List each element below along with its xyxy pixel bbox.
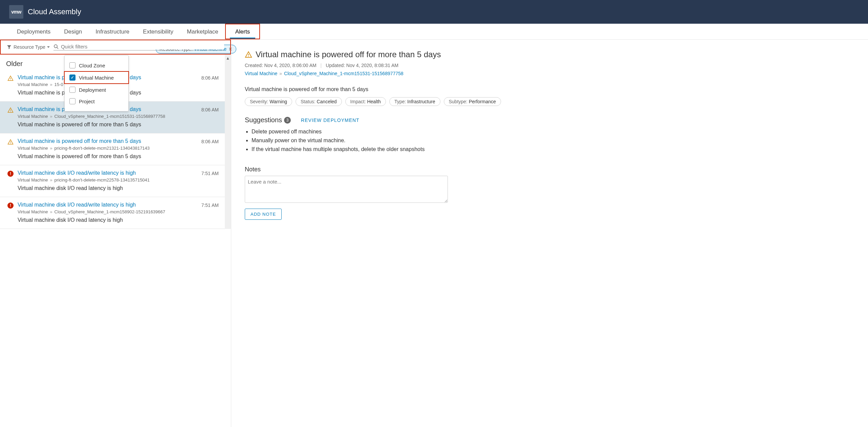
alert-body: Virtual machine is powered off for more … xyxy=(18,138,201,159)
funnel-icon xyxy=(7,45,12,49)
pill-key: Subtype: xyxy=(449,99,469,104)
pill-value: Warning xyxy=(269,99,287,104)
alert-time: 8:06 AM xyxy=(201,138,219,159)
checkbox-checked-icon[interactable] xyxy=(69,74,75,81)
critical-icon: ! xyxy=(7,202,14,209)
review-deployment-link[interactable]: REVIEW DEPLOYMENT xyxy=(301,118,360,123)
chevron-right-icon: » xyxy=(50,209,52,214)
option-project[interactable]: Project xyxy=(65,95,128,107)
alert-time: 7:51 AM xyxy=(201,170,219,191)
checkbox-icon[interactable] xyxy=(69,87,75,93)
alert-desc: Virtual machine is powered off for more … xyxy=(18,122,201,128)
separator: | xyxy=(321,63,322,68)
scrollbar[interactable]: ▲ xyxy=(225,55,231,229)
bc-name-link[interactable]: Cloud_vSphere_Machine_1-mcm151531-151568… xyxy=(284,71,404,76)
alert-desc: Virtual machine is powered off for more … xyxy=(18,153,201,159)
alert-desc: Virtual machine disk I/O read latency is… xyxy=(18,217,201,223)
pill-key: Type: xyxy=(394,99,407,104)
attribute-pill: Impact: Health xyxy=(345,97,386,106)
attribute-pill: Type: Infrastructure xyxy=(389,97,440,106)
alert-breadcrumb: Virtual Machine»pricing-ft-don't-delete-… xyxy=(18,177,201,183)
attribute-pills: Severity: WarningStatus: CanceledImpact:… xyxy=(245,97,854,106)
bc-name: pricing-ft-don't-delete-mcm21321-1340438… xyxy=(55,146,150,151)
alert-detail-pane: Virtual machine is powered off for more … xyxy=(231,40,868,427)
quick-filter-search[interactable] xyxy=(53,44,224,50)
suggestions-header: Suggestions 3 REVIEW DEPLOYMENT xyxy=(245,116,854,124)
bc-name: 15-0 xyxy=(55,82,63,87)
alert-list-item[interactable]: !Virtual machine disk I/O read/write lat… xyxy=(0,165,225,197)
bc-type-link[interactable]: Virtual Machine xyxy=(245,71,277,76)
nav-extensibility[interactable]: Extensibility xyxy=(136,24,180,39)
detail-breadcrumb: Virtual Machine » Cloud_vSphere_Machine_… xyxy=(245,71,854,76)
nav-alerts[interactable]: Alerts xyxy=(225,24,260,39)
option-label: Cloud Zone xyxy=(79,63,105,68)
pill-value: Canceled xyxy=(317,99,337,104)
add-note-button[interactable]: ADD NOTE xyxy=(245,209,282,220)
bc-name: Cloud_vSphere_Machine_1-mcm158902-152191… xyxy=(55,209,165,214)
bc-type: Virtual Machine xyxy=(18,146,48,151)
chevron-right-icon: » xyxy=(50,114,52,119)
detail-timestamps: Created: Nov 4, 2020, 8:06:00 AM | Updat… xyxy=(245,63,854,68)
created-label: Created: xyxy=(245,63,263,68)
warning-icon xyxy=(245,51,252,58)
chevron-right-icon: » xyxy=(50,146,52,151)
detail-title: Virtual machine is powered off for more … xyxy=(256,50,441,59)
alert-body: Virtual machine disk I/O read/write late… xyxy=(18,202,201,223)
alert-list-item[interactable]: !Virtual machine disk I/O read/write lat… xyxy=(0,197,225,229)
alert-time: 8:06 AM xyxy=(201,74,219,96)
chevron-right-icon: » xyxy=(50,82,52,87)
attribute-pill: Severity: Warning xyxy=(245,97,292,106)
suggestions-count-badge: 3 xyxy=(284,117,291,124)
updated-label: Updated: xyxy=(326,63,345,68)
logo-text: vmw xyxy=(11,9,21,15)
alert-breadcrumb: Virtual Machine»pricing-ft-don't-delete-… xyxy=(18,146,201,151)
pill-key: Impact: xyxy=(350,99,367,104)
detail-header: Virtual machine is powered off for more … xyxy=(245,50,854,59)
alert-time: 8:06 AM xyxy=(201,106,219,128)
critical-icon: ! xyxy=(7,170,18,191)
alert-list-item[interactable]: Virtual machine is powered off for more … xyxy=(0,133,225,165)
chevron-right-icon: » xyxy=(50,177,52,183)
scroll-up-icon[interactable]: ▲ xyxy=(226,56,230,61)
warning-icon xyxy=(7,106,18,128)
bc-name: pricing-ft-don't-delete-mcm22578-1341357… xyxy=(55,177,150,183)
nav-deployments[interactable]: Deployments xyxy=(10,24,57,39)
alert-title: Virtual machine disk I/O read/write late… xyxy=(18,202,201,208)
option-label: Project xyxy=(79,99,95,104)
pill-key: Severity: xyxy=(250,99,269,104)
svg-point-5 xyxy=(10,111,11,112)
bc-type: Virtual Machine xyxy=(18,114,48,119)
nav-design[interactable]: Design xyxy=(57,24,89,39)
alert-body: Virtual machine disk I/O read/write late… xyxy=(18,170,201,191)
option-deployment[interactable]: Deployment xyxy=(65,84,128,95)
option-cloud-zone[interactable]: Cloud Zone xyxy=(65,60,128,71)
attribute-pill: Status: Canceled xyxy=(296,97,342,106)
app-header: vmw Cloud Assembly xyxy=(0,0,868,24)
alert-time: 7:51 AM xyxy=(201,202,219,223)
search-input[interactable] xyxy=(61,44,224,49)
alert-list-pane: Resource Type Cloud Zone Vir xyxy=(0,40,231,427)
nav-infrastructure[interactable]: Infrastructure xyxy=(89,24,136,39)
suggestion-item: If the virtual machine has multiple snap… xyxy=(252,146,854,152)
notes-label: Notes xyxy=(245,166,854,173)
resource-type-dropdown[interactable]: Resource Type xyxy=(7,44,50,50)
pill-value: Health xyxy=(367,99,381,104)
svg-point-7 xyxy=(10,143,11,144)
checkbox-icon[interactable] xyxy=(69,62,75,68)
nav-marketplace[interactable]: Marketplace xyxy=(180,24,225,39)
updated-value: Nov 4, 2020, 8:08:31 AM xyxy=(346,63,398,68)
checkbox-icon[interactable] xyxy=(69,98,75,104)
critical-icon: ! xyxy=(7,171,14,177)
filter-bar: Resource Type Cloud Zone Vir xyxy=(0,40,231,55)
option-virtual-machine[interactable]: Virtual Machine xyxy=(64,71,129,84)
suggestion-item: Manually power on the virtual machine. xyxy=(252,137,854,144)
bc-type: Virtual Machine xyxy=(18,82,48,87)
svg-point-3 xyxy=(10,80,11,80)
suggestion-item: Delete powered off machines xyxy=(252,129,854,135)
notes-textarea[interactable] xyxy=(245,176,448,203)
resource-type-options: Cloud Zone Virtual Machine Deployment Pr… xyxy=(64,55,129,111)
detail-description: Virtual machine is powered off for more … xyxy=(245,86,854,92)
alert-breadcrumb: Virtual Machine»Cloud_vSphere_Machine_1-… xyxy=(18,209,201,214)
bc-type: Virtual Machine xyxy=(18,177,48,183)
chevron-right-icon: » xyxy=(279,71,282,76)
